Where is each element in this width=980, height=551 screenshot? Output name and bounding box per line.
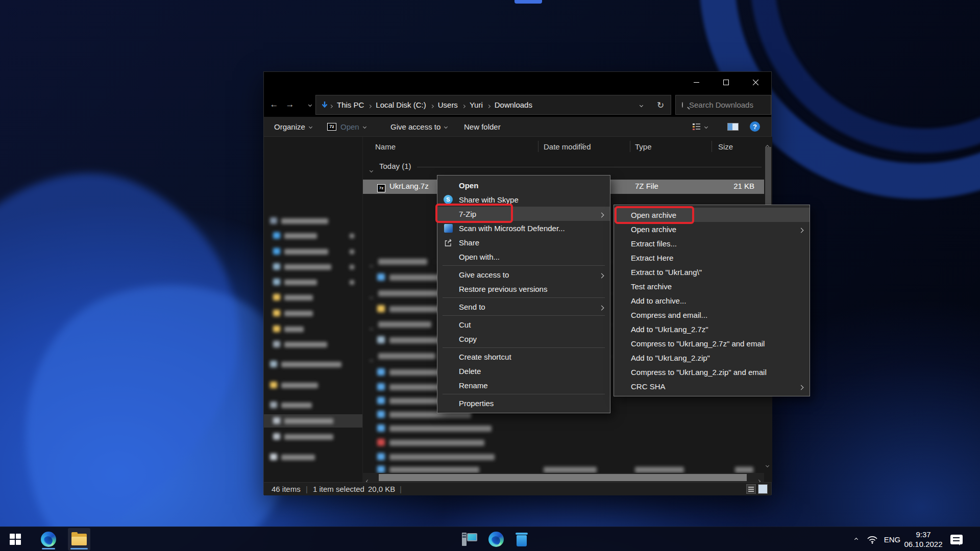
- this-pc-icon[interactable]: [458, 528, 481, 550]
- submenu-item-compress-and-email[interactable]: Compress and email...: [614, 308, 810, 322]
- submenu-arrow-icon: [799, 382, 803, 391]
- scrollbar-corner: [764, 473, 772, 482]
- sidebar-item-redacted[interactable]: [264, 307, 362, 320]
- refresh-button[interactable]: ↻: [651, 96, 670, 115]
- vertical-scrollbar-thumb[interactable]: [765, 147, 771, 213]
- open-button[interactable]: 7z Open: [327, 117, 366, 136]
- close-button[interactable]: [744, 72, 767, 93]
- menu-item-copy[interactable]: Copy: [437, 332, 610, 346]
- menu-item-create-shortcut[interactable]: Create shortcut: [437, 349, 610, 364]
- menu-item-delete[interactable]: Delete: [437, 364, 610, 378]
- breadcrumb-yuri[interactable]: Yuri: [467, 101, 486, 109]
- sidebar-item-redacted[interactable]: [264, 245, 362, 258]
- menu-item-send-to[interactable]: Send to: [437, 299, 610, 314]
- breadcrumb-users[interactable]: Users: [435, 101, 461, 109]
- tray-wifi[interactable]: [865, 527, 880, 551]
- sidebar-item-redacted[interactable]: [264, 260, 362, 273]
- chevron-down-icon: [308, 103, 311, 106]
- statusbar-thumbnails-view-button[interactable]: [758, 484, 768, 494]
- submenu-item-add-to-zip[interactable]: Add to "UkrLang_2.zip": [614, 350, 810, 365]
- breadcrumb-downloads[interactable]: Downloads: [492, 101, 535, 109]
- menu-item-open[interactable]: Open: [437, 178, 610, 192]
- sidebar-item-redacted[interactable]: [264, 214, 362, 228]
- breadcrumb-this-pc[interactable]: This PC: [334, 101, 367, 109]
- annotation-rect-7zip: [435, 204, 513, 223]
- forward-button[interactable]: →: [283, 97, 297, 112]
- menu-item-open-with[interactable]: Open with...: [437, 249, 610, 264]
- column-divider[interactable]: [630, 141, 630, 152]
- give-access-button[interactable]: Give access to: [390, 117, 447, 136]
- menu-item-rename[interactable]: Rename: [437, 378, 610, 392]
- horizontal-scrollbar-thumb[interactable]: [379, 474, 747, 481]
- file-row-redacted[interactable]: [363, 422, 764, 435]
- breadcrumb-local-disk[interactable]: Local Disk (C:): [373, 101, 429, 109]
- submenu-item-test-archive[interactable]: Test archive: [614, 279, 810, 293]
- sidebar-item-redacted[interactable]: [264, 450, 362, 464]
- start-button[interactable]: [4, 528, 27, 550]
- group-collapse-icon[interactable]: [370, 169, 373, 172]
- menu-item-properties[interactable]: Properties: [437, 396, 610, 410]
- sidebar-item-redacted[interactable]: [264, 430, 362, 443]
- back-button[interactable]: ←: [267, 97, 281, 112]
- sidebar-item-redacted[interactable]: [264, 276, 362, 289]
- address-bar[interactable]: This PC Local Disk (C:) Users Yuri Downl…: [315, 95, 671, 115]
- file-row-redacted[interactable]: [363, 436, 764, 449]
- submenu-item-compress-to-zip-and-email[interactable]: Compress to "UkrLang_2.zip" and email: [614, 365, 810, 379]
- organize-button[interactable]: Organize: [274, 117, 312, 136]
- submenu-item-add-to-7z[interactable]: Add to "UkrLang_2.7z": [614, 322, 810, 336]
- taskbar-edge-button[interactable]: [37, 528, 60, 550]
- submenu-item-extract-to-folder[interactable]: Extract to "UkrLang\": [614, 265, 810, 279]
- recycle-bin-icon[interactable]: [510, 528, 533, 550]
- taskbar-explorer-button[interactable]: [68, 528, 90, 550]
- submenu-item-compress-to-7z-and-email[interactable]: Compress to "UkrLang_2.7z" and email: [614, 336, 810, 350]
- recent-locations-button[interactable]: [303, 97, 317, 112]
- maximize-button[interactable]: [714, 72, 738, 93]
- column-divider[interactable]: [538, 141, 538, 152]
- scroll-down-icon[interactable]: [766, 464, 769, 467]
- tray-show-hidden-icons[interactable]: [848, 527, 864, 551]
- submenu-item-extract-files[interactable]: Extract files...: [614, 236, 810, 251]
- menu-item-give-access-to[interactable]: Give access to: [437, 267, 610, 282]
- column-divider[interactable]: [712, 141, 712, 152]
- sidebar-item-redacted[interactable]: [264, 229, 362, 242]
- new-folder-button[interactable]: New folder: [464, 117, 501, 136]
- edge-desktop-icon[interactable]: [485, 528, 507, 550]
- tray-action-center[interactable]: [945, 527, 968, 551]
- search-box[interactable]: [675, 95, 771, 115]
- sidebar-item-redacted[interactable]: [264, 322, 362, 336]
- submenu-item-extract-here[interactable]: Extract Here: [614, 251, 810, 265]
- column-header-date-modified[interactable]: Date modified: [544, 142, 591, 151]
- minimize-icon: [694, 82, 699, 83]
- menu-item-scan-with-defender[interactable]: Scan with Microsoft Defender...: [437, 221, 610, 235]
- sidebar-item-redacted[interactable]: [264, 414, 362, 428]
- menu-item-share[interactable]: Share: [437, 235, 610, 249]
- submenu-item-add-to-archive[interactable]: Add to archive...: [614, 293, 810, 308]
- horizontal-scrollbar[interactable]: [362, 473, 764, 482]
- sidebar-item-redacted[interactable]: [264, 358, 362, 371]
- tray-language[interactable]: ENG: [882, 527, 902, 551]
- preview-pane-button[interactable]: [727, 117, 739, 136]
- group-header-today[interactable]: Today (1): [363, 160, 764, 173]
- minimize-button[interactable]: [684, 72, 708, 93]
- address-dropdown-button[interactable]: [631, 96, 651, 115]
- column-header-size[interactable]: Size: [718, 142, 733, 151]
- menu-item-cut[interactable]: Cut: [437, 317, 610, 332]
- statusbar-details-view-button[interactable]: [746, 484, 756, 494]
- tray-clock[interactable]: 9:37 06.10.2022: [903, 527, 943, 551]
- menu-item-restore-previous-versions[interactable]: Restore previous versions: [437, 282, 610, 296]
- change-view-button[interactable]: [693, 117, 707, 136]
- notification-icon: [950, 535, 963, 544]
- sidebar-item-redacted[interactable]: [264, 398, 362, 412]
- file-row-redacted[interactable]: [363, 463, 764, 473]
- help-button[interactable]: ?: [750, 117, 760, 136]
- submenu-item-open-archive-as[interactable]: Open archive: [614, 222, 810, 236]
- column-header-type[interactable]: Type: [635, 142, 652, 151]
- sidebar-item-redacted[interactable]: [264, 379, 362, 392]
- submenu-item-crc-sha[interactable]: CRC SHA: [614, 379, 810, 393]
- sidebar-item-redacted[interactable]: [264, 291, 362, 304]
- submenu-arrow-icon: [600, 210, 603, 218]
- sidebar-item-redacted[interactable]: [264, 338, 362, 351]
- column-header-name[interactable]: Name: [375, 142, 396, 151]
- search-input[interactable]: [689, 101, 791, 109]
- file-row-redacted[interactable]: [363, 450, 764, 464]
